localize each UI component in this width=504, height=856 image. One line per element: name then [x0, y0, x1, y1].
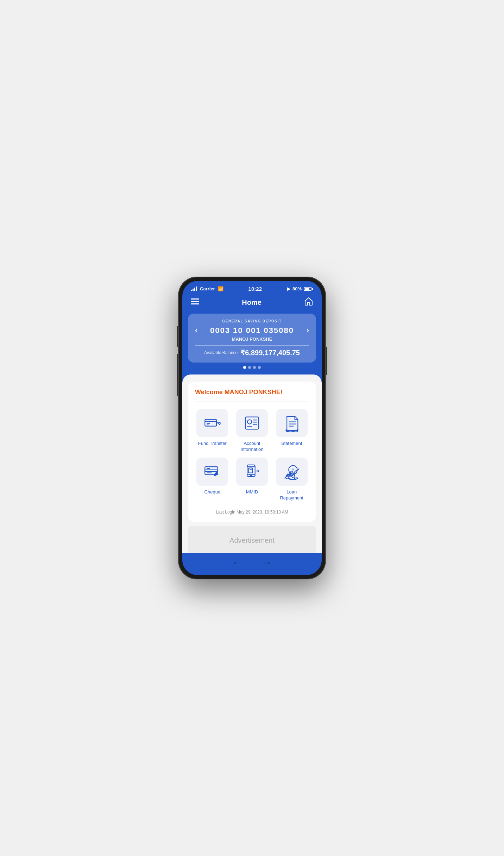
account-info-icon [243, 414, 261, 432]
svg-rect-3 [205, 420, 217, 426]
last-login-text: Last Login May 29, 2023, 10:50:13 AM [195, 506, 309, 515]
mmid-icon-box [236, 458, 268, 486]
dot-2 [248, 366, 251, 369]
bottom-navigation: ← → [182, 553, 322, 575]
svg-point-27 [251, 475, 252, 476]
svg-rect-2 [191, 303, 199, 304]
statement-item[interactable]: Statement [274, 409, 309, 453]
home-button[interactable] [304, 297, 313, 308]
cheque-icon [203, 462, 221, 481]
fund-transfer-label: Fund Transfer [198, 441, 227, 447]
services-grid: Fund Transfer [195, 409, 309, 501]
fund-transfer-icon [203, 414, 221, 432]
back-button[interactable]: ← [232, 557, 241, 568]
svg-rect-20 [205, 470, 218, 472]
loan-repayment-icon-box: ₹ ₹ [276, 458, 308, 486]
phone-frame: Carrier 📶 10:22 ▶ 80% [178, 277, 326, 579]
account-info-label: Account Information [235, 441, 270, 453]
dot-1 [243, 366, 246, 369]
next-account-button[interactable]: › [307, 326, 309, 335]
status-right: ▶ 80% [287, 286, 313, 291]
balance-amount: ₹6,899,177,405.75 [240, 348, 300, 357]
account-holder-name: MANOJ PONKSHE [195, 336, 309, 342]
welcome-divider [195, 402, 309, 402]
app-header: Home [182, 294, 322, 314]
carrier-label: Carrier [200, 286, 215, 291]
battery-icon [304, 287, 313, 291]
statement-icon [283, 414, 301, 432]
cheque-label: Cheque [204, 489, 221, 495]
loan-repayment-label: Loan Repayment [274, 489, 309, 501]
account-info-icon-box [236, 409, 268, 437]
fund-transfer-icon-box [196, 409, 228, 437]
mmid-item[interactable]: MMID [235, 458, 270, 501]
loan-repayment-icon: ₹ ₹ [283, 462, 301, 481]
menu-button[interactable] [191, 298, 199, 307]
card-indicator-dots [182, 366, 322, 369]
forward-button[interactable]: → [263, 557, 272, 568]
welcome-message: Welcome MANOJ PONKSHE! [195, 389, 309, 396]
account-number: 0003 10 001 035080 [210, 326, 294, 335]
account-type-label: GENERAL SAVING DEPOSIT [195, 319, 309, 323]
account-info-item[interactable]: Account Information [235, 409, 270, 453]
status-left: Carrier 📶 [191, 286, 223, 291]
statement-icon-box [276, 409, 308, 437]
dot-4 [258, 366, 261, 369]
dot-3 [253, 366, 256, 369]
main-content: Welcome MANOJ PONKSHE! [182, 374, 322, 553]
svg-rect-10 [245, 417, 259, 429]
welcome-card: Welcome MANOJ PONKSHE! [188, 382, 316, 522]
page-title: Home [242, 298, 262, 307]
phone-screen: Carrier 📶 10:22 ▶ 80% [182, 281, 322, 575]
wifi-icon: 📶 [218, 286, 223, 291]
cheque-item[interactable]: Cheque [195, 458, 230, 501]
mmid-icon [243, 462, 261, 481]
status-time: 10:22 [248, 286, 262, 292]
signal-icon [191, 287, 197, 291]
svg-rect-0 [191, 298, 199, 300]
statement-label: Statement [281, 441, 302, 447]
svg-rect-28 [248, 468, 253, 473]
prev-account-button[interactable]: ‹ [195, 326, 197, 335]
mmid-label: MMID [246, 489, 258, 495]
loan-repayment-item[interactable]: ₹ ₹ [274, 458, 309, 501]
cheque-icon-box [196, 458, 228, 486]
advertisement-section: Advertisement [188, 526, 316, 553]
balance-label: Available Balance [204, 350, 238, 355]
battery-percent: 80% [292, 286, 302, 291]
status-bar: Carrier 📶 10:22 ▶ 80% [182, 281, 322, 294]
location-icon: ▶ [287, 286, 290, 291]
svg-point-11 [247, 420, 252, 424]
account-card: GENERAL SAVING DEPOSIT ‹ 0003 10 001 035… [188, 314, 316, 363]
advertisement-label: Advertisement [229, 536, 275, 544]
svg-rect-1 [191, 301, 199, 302]
fund-transfer-item[interactable]: Fund Transfer [195, 409, 230, 453]
